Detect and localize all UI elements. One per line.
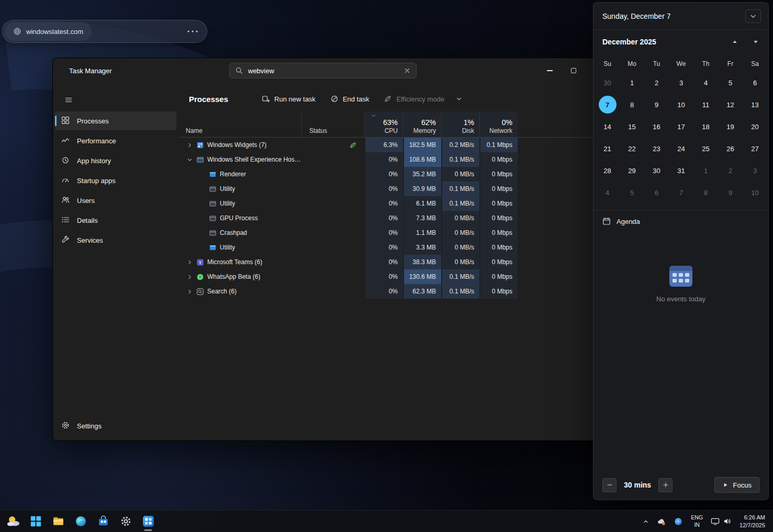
calendar-day[interactable]: 6 bbox=[644, 182, 669, 203]
calendar-day[interactable]: 30 bbox=[595, 72, 620, 94]
taskbar-file-explorer-icon[interactable] bbox=[48, 511, 69, 532]
taskbar-task-manager-icon[interactable] bbox=[138, 511, 159, 532]
clock[interactable]: 6:26 AM 12/7/2025 bbox=[737, 514, 768, 529]
calendar-day[interactable]: 23 bbox=[644, 138, 669, 160]
calendar-day[interactable]: 13 bbox=[743, 94, 767, 116]
calendar-day[interactable]: 4 bbox=[693, 72, 718, 94]
calendar-day[interactable]: 21 bbox=[595, 138, 620, 160]
calendar-day[interactable]: 17 bbox=[669, 116, 693, 138]
taskbar-start-icon[interactable] bbox=[25, 511, 46, 532]
sidebar-item-users[interactable]: Users bbox=[55, 191, 176, 210]
taskbar-settings-icon[interactable] bbox=[115, 511, 136, 532]
expander-icon[interactable] bbox=[186, 157, 193, 163]
column-header-status[interactable]: Status bbox=[301, 111, 364, 137]
calendar-day[interactable]: 4 bbox=[595, 182, 620, 203]
run-new-task-button[interactable]: Run new task bbox=[255, 90, 322, 107]
column-header-memory[interactable]: 62% Memory bbox=[403, 111, 441, 137]
process-row[interactable]: Utility0%3.3 MB0 MB/s0 Mbps bbox=[178, 240, 617, 255]
process-row[interactable]: Search (6)0%62.3 MB0.1 MB/s0 Mbps bbox=[178, 284, 617, 299]
calendar-day[interactable]: 8 bbox=[620, 94, 644, 116]
calendar-day[interactable]: 30 bbox=[644, 160, 669, 182]
quick-settings-button[interactable] bbox=[709, 513, 734, 530]
calendar-day[interactable]: 2 bbox=[718, 160, 743, 182]
expander-icon[interactable] bbox=[186, 289, 193, 295]
process-row[interactable]: WhatsApp Beta (6)0%130.6 MB0.1 MB/s0 Mbp… bbox=[178, 269, 617, 284]
calendar-day[interactable]: 15 bbox=[620, 116, 644, 138]
process-row[interactable]: TMicrosoft Teams (6)0%38.3 MB0 MB/s0 Mbp… bbox=[178, 255, 617, 269]
focus-button[interactable]: Focus bbox=[714, 477, 759, 493]
calendar-day[interactable]: 19 bbox=[718, 116, 743, 138]
maximize-button[interactable] bbox=[562, 58, 586, 83]
search-box[interactable] bbox=[229, 63, 417, 78]
calendar-day[interactable]: 26 bbox=[718, 138, 743, 160]
calendar-day[interactable]: 2 bbox=[644, 72, 669, 94]
expander-icon[interactable] bbox=[186, 259, 193, 265]
process-row[interactable]: Utility0%30.9 MB0.1 MB/s0 Mbps bbox=[178, 182, 617, 196]
column-header-cpu[interactable]: 63% CPU bbox=[364, 111, 403, 137]
calendar-day[interactable]: 22 bbox=[620, 138, 644, 160]
efficiency-mode-button[interactable]: Efficiency mode bbox=[377, 90, 451, 107]
calendar-day[interactable]: 28 bbox=[595, 160, 620, 182]
site-chip[interactable]: windowslatest.com bbox=[5, 22, 92, 41]
collapse-calendar-button[interactable] bbox=[745, 9, 761, 23]
calendar-day[interactable]: 10 bbox=[743, 182, 767, 203]
calendar-day[interactable]: 3 bbox=[743, 160, 767, 182]
calendar-day[interactable]: 8 bbox=[693, 182, 718, 203]
previous-month-button[interactable] bbox=[731, 38, 738, 46]
column-header-name[interactable]: Name bbox=[178, 111, 301, 137]
sidebar-item-details[interactable]: Details bbox=[55, 211, 176, 230]
calendar-day[interactable]: 29 bbox=[620, 160, 644, 182]
calendar-day[interactable]: 7 bbox=[595, 94, 620, 116]
process-row[interactable]: GPU Process0%7.3 MB0 MB/s0 Mbps bbox=[178, 211, 617, 225]
taskbar-edge-icon[interactable] bbox=[70, 511, 91, 532]
calendar-day[interactable]: 3 bbox=[669, 72, 693, 94]
process-row[interactable]: Crashpad0%1.1 MB0 MB/s0 Mbps bbox=[178, 225, 617, 240]
calendar-day[interactable]: 14 bbox=[595, 116, 620, 138]
tray-app-button[interactable] bbox=[671, 513, 685, 530]
calendar-day[interactable]: 27 bbox=[743, 138, 767, 160]
menu-toggle-button[interactable] bbox=[59, 92, 78, 108]
sidebar-item-services[interactable]: Services bbox=[55, 231, 176, 250]
calendar-day[interactable]: 9 bbox=[644, 94, 669, 116]
show-hidden-icons-button[interactable] bbox=[640, 513, 652, 530]
sidebar-item-startup-apps[interactable]: Startup apps bbox=[55, 171, 176, 190]
expander-icon[interactable] bbox=[186, 274, 193, 280]
toolbar-more-button[interactable] bbox=[453, 90, 465, 107]
sidebar-item-processes[interactable]: Processes bbox=[55, 111, 176, 130]
process-row[interactable]: Windows Widgets (7)6.3%182.5 MB0.2 MB/s0… bbox=[178, 138, 617, 152]
titlebar[interactable]: Task Manager bbox=[53, 58, 617, 83]
calendar-day[interactable]: 24 bbox=[669, 138, 693, 160]
expander-icon[interactable] bbox=[186, 142, 193, 148]
increase-focus-button[interactable] bbox=[658, 478, 673, 492]
language-switcher[interactable]: ENG IN bbox=[688, 514, 705, 528]
weather-widget[interactable] bbox=[3, 512, 23, 531]
process-row[interactable]: Renderer0%35.2 MB0 MB/s0 Mbps bbox=[178, 167, 617, 182]
column-header-network[interactable]: 0% Network bbox=[479, 111, 518, 137]
browser-address-pill[interactable]: windowslatest.com bbox=[2, 20, 207, 43]
calendar-day[interactable]: 20 bbox=[743, 116, 767, 138]
calendar-day[interactable]: 5 bbox=[718, 72, 743, 94]
process-row[interactable]: Windows Shell Experience Hos…0%108.6 MB0… bbox=[178, 152, 617, 167]
search-input[interactable] bbox=[248, 67, 399, 75]
sidebar-item-settings[interactable]: Settings bbox=[55, 416, 176, 435]
sidebar-item-performance[interactable]: Performance bbox=[55, 131, 176, 150]
calendar-day[interactable]: 5 bbox=[620, 182, 644, 203]
calendar-day[interactable]: 7 bbox=[669, 182, 693, 203]
next-month-button[interactable] bbox=[752, 38, 759, 46]
calendar-day[interactable]: 6 bbox=[743, 72, 767, 94]
calendar-day[interactable]: 1 bbox=[693, 160, 718, 182]
calendar-day[interactable]: 16 bbox=[644, 116, 669, 138]
taskbar-store-icon[interactable] bbox=[93, 511, 114, 532]
calendar-day[interactable]: 12 bbox=[718, 94, 743, 116]
column-header-disk[interactable]: 1% Disk bbox=[441, 111, 479, 137]
calendar-day[interactable]: 18 bbox=[693, 116, 718, 138]
clear-search-icon[interactable] bbox=[404, 67, 411, 74]
more-options-icon[interactable] bbox=[187, 30, 198, 33]
process-row[interactable]: Utility0%6.1 MB0.1 MB/s0 Mbps bbox=[178, 196, 617, 211]
onedrive-tray-button[interactable] bbox=[655, 513, 668, 530]
calendar-day[interactable]: 31 bbox=[669, 160, 693, 182]
decrease-focus-button[interactable] bbox=[602, 478, 617, 492]
calendar-day[interactable]: 1 bbox=[620, 72, 644, 94]
sidebar-item-app-history[interactable]: App history bbox=[55, 151, 176, 170]
end-task-button[interactable]: End task bbox=[324, 90, 376, 107]
